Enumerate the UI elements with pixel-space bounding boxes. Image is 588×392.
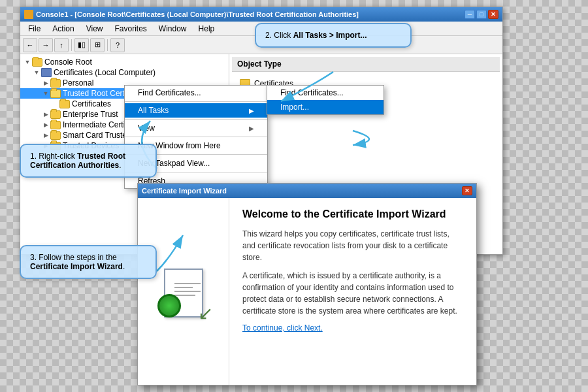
ctx-view[interactable]: View ▶ bbox=[125, 121, 267, 135]
toolbar-sep-1 bbox=[71, 39, 72, 51]
tree-label-console-root: Console Root bbox=[44, 57, 92, 67]
cert-line-1 bbox=[174, 283, 201, 284]
sub-find-certs-label: Find Certificates... bbox=[280, 88, 344, 97]
callout-step3: 3. Follow the steps in the Certificate I… bbox=[20, 245, 157, 279]
submenu: Find Certificates... Import... bbox=[267, 85, 384, 115]
wizard-close-button[interactable]: ✕ bbox=[462, 186, 472, 195]
tree-item-certs-local[interactable]: ▼ Certificates (Local Computer) bbox=[20, 67, 229, 78]
wizard-heading: Welcome to the Certificate Import Wizard bbox=[242, 208, 463, 220]
tree-label-enterprise: Enterprise Trust bbox=[63, 110, 118, 119]
tree-label-personal: Personal bbox=[63, 78, 93, 88]
sub-import-label: Import... bbox=[280, 103, 309, 112]
sub-find-certs[interactable]: Find Certificates... bbox=[267, 86, 384, 100]
ctx-sep-3 bbox=[125, 137, 267, 137]
wizard-window: Certificate Import Wizard ✕ ↙ bbox=[137, 183, 477, 385]
menu-file[interactable]: File bbox=[23, 23, 46, 35]
folder-icon bbox=[32, 58, 42, 67]
callout2-prefix: 2. Click bbox=[265, 31, 293, 40]
folder-icon bbox=[59, 100, 70, 108]
ctx-all-tasks-label: All Tasks bbox=[138, 106, 169, 115]
ctx-find-certs-label: Find Certificates... bbox=[138, 88, 201, 97]
cert-line-4 bbox=[174, 295, 195, 296]
wizard-para1: This wizard helps you copy certificates,… bbox=[242, 228, 463, 263]
certificate-image: ↙ bbox=[157, 265, 210, 318]
ctx-view-label: View bbox=[138, 123, 155, 133]
wizard-content: ↙ Welcome to the Certificate Import Wiza… bbox=[138, 198, 476, 385]
wizard-para2: A certificate, which is issued by a cert… bbox=[242, 270, 463, 317]
mmc-titlebar: Console1 - [Console Root\Certificates (L… bbox=[20, 7, 502, 22]
right-panel-header: Object Type bbox=[232, 57, 500, 72]
new-window-button[interactable]: ⊞ bbox=[90, 38, 105, 52]
help-button[interactable]: ? bbox=[110, 38, 125, 52]
wizard-title-text: Certificate Import Wizard bbox=[142, 187, 227, 195]
menu-action[interactable]: Action bbox=[47, 23, 79, 35]
folder-icon-open bbox=[50, 90, 61, 98]
cert-seal bbox=[157, 294, 181, 318]
tree-label-certs-local: Certificates (Local Computer) bbox=[54, 68, 155, 77]
folder-icon bbox=[50, 131, 61, 140]
wizard-right-panel: Welcome to the Certificate Import Wizard… bbox=[229, 198, 476, 385]
mmc-icon bbox=[24, 10, 33, 19]
expand-icon[interactable]: ▶ bbox=[41, 110, 50, 119]
menu-window[interactable]: Window bbox=[154, 23, 192, 35]
callout3-bold: Certificate Import Wizard bbox=[30, 262, 123, 271]
submenu-arrow: ▶ bbox=[249, 107, 254, 114]
back-button[interactable]: ← bbox=[23, 38, 37, 52]
callout2-bold: All Tasks > Import... bbox=[293, 31, 367, 40]
titlebar-left: Console1 - [Console Root\Certificates (L… bbox=[24, 10, 359, 19]
toolbar-sep-2 bbox=[107, 39, 108, 51]
cert-lines bbox=[174, 283, 201, 299]
mmc-title: Console1 - [Console Root\Certificates (L… bbox=[36, 10, 359, 18]
wizard-link[interactable]: To continue, click Next. bbox=[242, 323, 323, 333]
ctx-find-certs[interactable]: Find Certificates... bbox=[125, 86, 267, 100]
menu-view[interactable]: View bbox=[81, 23, 108, 35]
ctx-all-tasks[interactable]: All Tasks ▶ bbox=[125, 103, 267, 118]
up-button[interactable]: ↑ bbox=[54, 38, 69, 52]
callout3-text1: 3. Follow the steps in the bbox=[30, 253, 117, 262]
menu-favorites[interactable]: Favorites bbox=[110, 23, 152, 35]
minimize-button[interactable]: ─ bbox=[465, 10, 475, 19]
wizard-image-panel: ↙ bbox=[138, 198, 229, 385]
tree-label-certs-sub: Certificates bbox=[72, 99, 111, 108]
view-arrow: ▶ bbox=[249, 125, 254, 132]
tree-item-console-root[interactable]: ▼ Console Root bbox=[20, 57, 229, 67]
folder-icon bbox=[50, 121, 61, 129]
cert-line-3 bbox=[174, 291, 201, 292]
callout-step1: 1. Right-click Trusted Root Certificatio… bbox=[20, 144, 157, 178]
expand-icon[interactable]: ▶ bbox=[41, 131, 50, 140]
expand-icon-empty bbox=[50, 99, 59, 108]
import-arrow: ↙ bbox=[198, 302, 213, 324]
show-hide-button[interactable]: ▮▯ bbox=[74, 38, 89, 52]
ctx-sep-2 bbox=[125, 119, 267, 120]
callout-step2: 2. Click All Tasks > Import... bbox=[255, 23, 412, 48]
folder-icon bbox=[50, 110, 61, 119]
forward-button[interactable]: → bbox=[39, 38, 53, 52]
ctx-sep-1 bbox=[125, 101, 267, 102]
close-button[interactable]: ✕ bbox=[488, 10, 498, 19]
wizard-titlebar: Certificate Import Wizard ✕ bbox=[138, 184, 476, 198]
expand-icon[interactable]: ▶ bbox=[41, 78, 50, 88]
callout1-text2: . bbox=[119, 161, 121, 170]
sub-import[interactable]: Import... bbox=[267, 100, 384, 114]
expand-icon[interactable]: ▼ bbox=[32, 68, 41, 77]
folder-icon bbox=[50, 79, 61, 88]
expand-icon[interactable]: ▼ bbox=[41, 89, 50, 98]
callout3-text2: . bbox=[123, 262, 125, 271]
titlebar-buttons: ─ □ ✕ bbox=[465, 10, 498, 19]
menu-help[interactable]: Help bbox=[193, 23, 220, 35]
expand-icon[interactable]: ▼ bbox=[23, 57, 32, 67]
wizard-titlebar-buttons: ✕ bbox=[462, 186, 472, 195]
cert-line-2 bbox=[174, 287, 193, 288]
callout1-text1: 1. Right-click bbox=[30, 152, 77, 161]
maximize-button[interactable]: □ bbox=[476, 10, 487, 19]
computer-icon bbox=[41, 68, 52, 77]
expand-icon[interactable]: ▶ bbox=[41, 120, 50, 129]
